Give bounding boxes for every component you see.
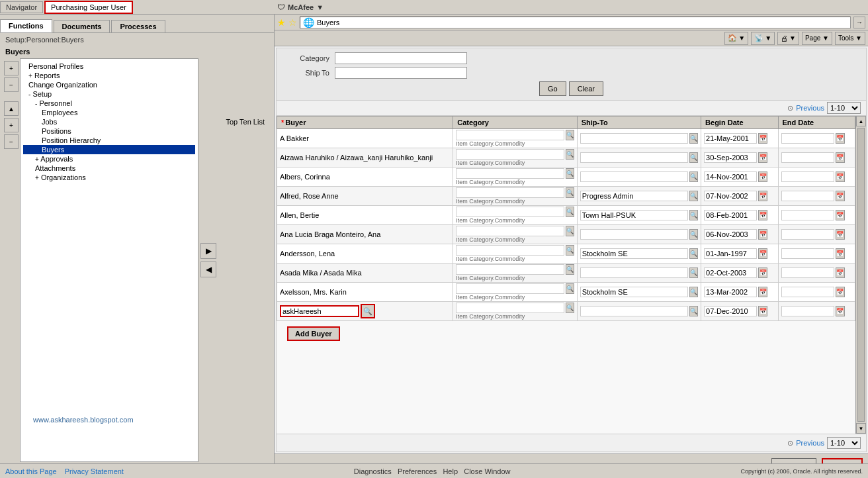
begin-date-cal-button[interactable]: 📅 bbox=[758, 152, 767, 163]
add-star-icon[interactable]: ☆ bbox=[288, 17, 297, 28]
privacy-link[interactable]: Privacy Statement bbox=[65, 467, 124, 475]
end-date-input[interactable] bbox=[781, 287, 834, 297]
new-ship-to-lookup-button[interactable]: 🔍 bbox=[689, 306, 698, 316]
ship-to-input[interactable] bbox=[580, 191, 688, 201]
tree-item-employees[interactable]: Employees bbox=[23, 108, 195, 117]
navigator-label[interactable]: Navigator bbox=[0, 1, 43, 13]
new-buyer-input[interactable] bbox=[280, 305, 359, 317]
end-date-cal-button[interactable]: 📅 bbox=[836, 171, 845, 182]
feeds-button[interactable]: 📡 ▼ bbox=[751, 32, 775, 45]
add-row-button[interactable]: + bbox=[4, 61, 19, 75]
begin-date-cal-button[interactable]: 📅 bbox=[758, 133, 767, 144]
ship-to-lookup-button[interactable]: 🔍 bbox=[689, 171, 698, 182]
ship-to-lookup-button[interactable]: 🔍 bbox=[689, 229, 698, 240]
end-date-input[interactable] bbox=[781, 229, 834, 240]
end-date-input[interactable] bbox=[781, 191, 834, 201]
begin-date-input[interactable] bbox=[704, 171, 757, 182]
tree-item-jobs[interactable]: Jobs bbox=[23, 117, 195, 126]
print-button[interactable]: 🖨 ▼ bbox=[777, 32, 799, 45]
begin-date-input[interactable] bbox=[704, 248, 757, 259]
address-input[interactable]: 🌐 Buyers bbox=[300, 17, 851, 28]
end-date-cal-button[interactable]: 📅 bbox=[836, 152, 845, 163]
begin-date-input[interactable] bbox=[704, 133, 757, 144]
ship-to-lookup-button[interactable]: 🔍 bbox=[689, 267, 698, 278]
tree-item-approvals[interactable]: + Approvals bbox=[23, 154, 195, 164]
category-input[interactable] bbox=[456, 187, 564, 198]
begin-date-cal-button[interactable]: 📅 bbox=[758, 171, 767, 182]
category-input[interactable] bbox=[456, 207, 564, 217]
home-button[interactable]: 🏠 ▼ bbox=[724, 32, 748, 45]
begin-date-cal-button[interactable]: 📅 bbox=[758, 287, 767, 297]
category-lookup-button[interactable]: 🔍 bbox=[566, 130, 574, 140]
ship-to-lookup-button[interactable]: 🔍 bbox=[689, 248, 698, 259]
end-date-input[interactable] bbox=[781, 210, 834, 220]
new-ship-to-input[interactable] bbox=[580, 306, 688, 316]
end-date-input[interactable] bbox=[781, 248, 834, 259]
ship-to-input[interactable] bbox=[580, 152, 688, 163]
tree-item-personal-profiles[interactable]: Personal Profiles bbox=[23, 62, 195, 71]
end-date-input[interactable] bbox=[781, 171, 834, 182]
begin-date-input[interactable] bbox=[704, 152, 757, 163]
begin-date-input[interactable] bbox=[704, 191, 757, 201]
ship-to-input[interactable] bbox=[580, 171, 688, 182]
ship-to-lookup-button[interactable]: 🔍 bbox=[689, 191, 698, 201]
ship-to-input[interactable] bbox=[580, 248, 688, 259]
end-date-cal-button[interactable]: 📅 bbox=[836, 248, 845, 259]
new-end-date-cal-button[interactable]: 📅 bbox=[836, 306, 845, 316]
category-lookup-button[interactable]: 🔍 bbox=[566, 168, 574, 179]
previous-label[interactable]: Previous bbox=[796, 104, 824, 112]
end-date-input[interactable] bbox=[781, 152, 834, 163]
category-lookup-button[interactable]: 🔍 bbox=[566, 207, 574, 217]
category-input[interactable] bbox=[456, 130, 564, 140]
category-input[interactable] bbox=[456, 264, 564, 275]
add-buyer-button[interactable]: Add Buyer bbox=[287, 326, 340, 341]
begin-date-cal-button[interactable]: 📅 bbox=[758, 191, 767, 201]
begin-date-input[interactable] bbox=[704, 210, 757, 220]
go-search-button[interactable]: Go bbox=[539, 81, 566, 96]
ship-to-search-input[interactable] bbox=[335, 67, 467, 79]
category-lookup-button[interactable]: 🔍 bbox=[566, 264, 574, 275]
new-category-lookup-button[interactable]: 🔍 bbox=[566, 303, 574, 313]
begin-date-input[interactable] bbox=[704, 229, 757, 240]
begin-date-cal-button[interactable]: 📅 bbox=[758, 267, 767, 278]
begin-date-cal-button[interactable]: 📅 bbox=[758, 248, 767, 259]
up-button[interactable]: ▲ bbox=[4, 101, 19, 116]
table-scroll[interactable]: Buyer Category Ship-To Begin Date End Da… bbox=[277, 116, 855, 434]
tree-item-reports[interactable]: + Reports bbox=[23, 71, 195, 80]
favorites-star-icon[interactable]: ★ bbox=[277, 17, 286, 28]
ship-to-lookup-button[interactable]: 🔍 bbox=[689, 287, 698, 297]
preferences-link[interactable]: Preferences bbox=[398, 467, 437, 475]
tree-item-organizations[interactable]: + Organizations bbox=[23, 173, 195, 182]
close-window-link[interactable]: Close Window bbox=[464, 467, 510, 475]
end-date-input[interactable] bbox=[781, 133, 834, 144]
ship-to-lookup-button[interactable]: 🔍 bbox=[689, 152, 698, 163]
category-lookup-button[interactable]: 🔍 bbox=[566, 149, 574, 160]
tab-functions[interactable]: Functions bbox=[0, 19, 52, 32]
vertical-scrollbar[interactable]: ▲ ▼ bbox=[855, 116, 866, 434]
category-input[interactable] bbox=[456, 226, 564, 236]
ship-to-lookup-button[interactable]: 🔍 bbox=[689, 133, 698, 144]
page-button[interactable]: Page ▼ bbox=[802, 32, 832, 45]
new-buyer-lookup-button[interactable]: 🔍 bbox=[361, 304, 375, 318]
tree-item-attachments[interactable]: Attachments bbox=[23, 164, 195, 173]
ship-to-input[interactable] bbox=[580, 287, 688, 297]
begin-date-cal-button[interactable]: 📅 bbox=[758, 229, 767, 240]
end-date-cal-button[interactable]: 📅 bbox=[836, 191, 845, 201]
begin-date-cal-button[interactable]: 📅 bbox=[758, 210, 767, 220]
ship-to-input[interactable] bbox=[580, 229, 688, 240]
ship-to-input[interactable] bbox=[580, 210, 688, 220]
tree-item-setup[interactable]: - Setup bbox=[23, 89, 195, 99]
tree-item-personnel[interactable]: - Personnel bbox=[23, 99, 195, 108]
new-begin-date-input[interactable] bbox=[704, 306, 757, 316]
remove-row-button[interactable]: − bbox=[4, 77, 19, 92]
tree-item-positions[interactable]: Positions bbox=[23, 126, 195, 136]
ship-to-lookup-button[interactable]: 🔍 bbox=[689, 210, 698, 220]
tree-item-change-org[interactable]: Change Organization bbox=[23, 80, 195, 89]
category-input[interactable] bbox=[456, 245, 564, 256]
nav-back-button[interactable]: ◀ bbox=[200, 262, 216, 277]
begin-date-input[interactable] bbox=[704, 287, 757, 297]
category-input[interactable] bbox=[456, 168, 564, 179]
ie-dropdown[interactable]: ▼ bbox=[316, 3, 324, 11]
tab-processes[interactable]: Processes bbox=[111, 20, 165, 32]
ship-to-input[interactable] bbox=[580, 267, 688, 278]
